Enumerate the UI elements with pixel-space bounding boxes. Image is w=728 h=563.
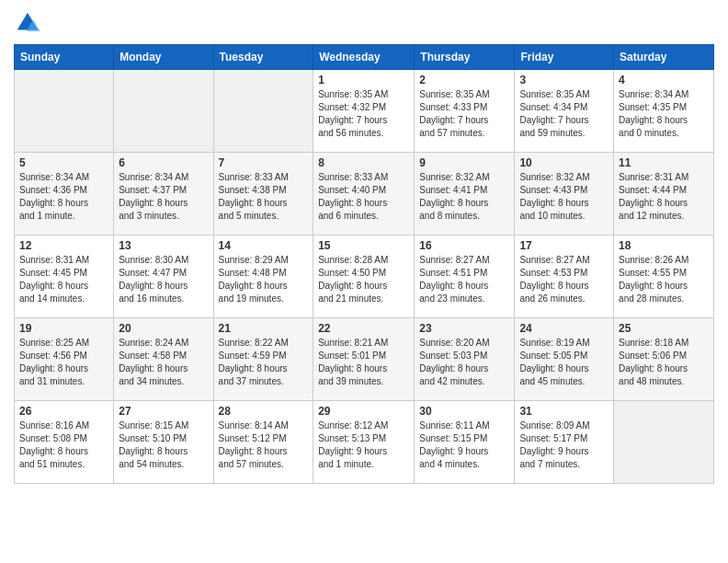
weekday-header-wednesday: Wednesday bbox=[313, 45, 415, 70]
day-info: Sunrise: 8:12 AM Sunset: 5:13 PM Dayligh… bbox=[318, 419, 409, 471]
day-number: 17 bbox=[519, 239, 609, 252]
day-info: Sunrise: 8:15 AM Sunset: 5:10 PM Dayligh… bbox=[119, 419, 208, 471]
weekday-header-monday: Monday bbox=[114, 45, 213, 70]
weekday-header-row: SundayMondayTuesdayWednesdayThursdayFrid… bbox=[15, 45, 714, 70]
weekday-header-saturday: Saturday bbox=[614, 45, 714, 70]
calendar-cell: 21Sunrise: 8:22 AM Sunset: 4:59 PM Dayli… bbox=[213, 318, 313, 401]
weekday-header-sunday: Sunday bbox=[15, 45, 114, 70]
day-info: Sunrise: 8:14 AM Sunset: 5:12 PM Dayligh… bbox=[219, 419, 309, 471]
week-row-4: 19Sunrise: 8:25 AM Sunset: 4:56 PM Dayli… bbox=[15, 318, 714, 401]
day-info: Sunrise: 8:25 AM Sunset: 4:56 PM Dayligh… bbox=[19, 337, 108, 388]
calendar-cell bbox=[114, 70, 213, 153]
logo bbox=[14, 9, 45, 37]
week-row-3: 12Sunrise: 8:31 AM Sunset: 4:45 PM Dayli… bbox=[15, 236, 714, 318]
calendar-cell: 1Sunrise: 8:35 AM Sunset: 4:32 PM Daylig… bbox=[313, 70, 415, 153]
calendar-cell: 22Sunrise: 8:21 AM Sunset: 5:01 PM Dayli… bbox=[313, 318, 415, 401]
calendar-cell: 5Sunrise: 8:34 AM Sunset: 4:36 PM Daylig… bbox=[15, 153, 114, 236]
calendar-cell: 12Sunrise: 8:31 AM Sunset: 4:45 PM Dayli… bbox=[15, 236, 114, 318]
day-number: 12 bbox=[19, 239, 108, 252]
day-info: Sunrise: 8:29 AM Sunset: 4:48 PM Dayligh… bbox=[219, 254, 309, 305]
day-number: 5 bbox=[19, 156, 108, 169]
day-number: 23 bbox=[419, 322, 509, 335]
calendar-cell: 17Sunrise: 8:27 AM Sunset: 4:53 PM Dayli… bbox=[515, 236, 614, 318]
calendar-cell bbox=[614, 401, 714, 484]
day-info: Sunrise: 8:33 AM Sunset: 4:38 PM Dayligh… bbox=[219, 171, 309, 223]
day-number: 21 bbox=[219, 322, 309, 335]
day-info: Sunrise: 8:27 AM Sunset: 4:51 PM Dayligh… bbox=[419, 254, 509, 305]
day-number: 30 bbox=[419, 405, 509, 418]
calendar-cell: 24Sunrise: 8:19 AM Sunset: 5:05 PM Dayli… bbox=[515, 318, 614, 401]
day-info: Sunrise: 8:34 AM Sunset: 4:36 PM Dayligh… bbox=[19, 171, 108, 223]
day-number: 14 bbox=[219, 239, 309, 252]
day-number: 29 bbox=[318, 405, 409, 418]
calendar-cell: 7Sunrise: 8:33 AM Sunset: 4:38 PM Daylig… bbox=[213, 153, 313, 236]
calendar-cell: 27Sunrise: 8:15 AM Sunset: 5:10 PM Dayli… bbox=[114, 401, 213, 484]
calendar-cell bbox=[15, 70, 114, 153]
day-info: Sunrise: 8:27 AM Sunset: 4:53 PM Dayligh… bbox=[519, 254, 609, 305]
day-number: 4 bbox=[619, 74, 709, 86]
day-info: Sunrise: 8:34 AM Sunset: 4:35 PM Dayligh… bbox=[619, 88, 709, 140]
calendar-cell: 2Sunrise: 8:35 AM Sunset: 4:33 PM Daylig… bbox=[415, 70, 515, 153]
day-number: 20 bbox=[119, 322, 208, 335]
week-row-5: 26Sunrise: 8:16 AM Sunset: 5:08 PM Dayli… bbox=[15, 401, 714, 484]
day-number: 26 bbox=[19, 405, 108, 418]
day-info: Sunrise: 8:22 AM Sunset: 4:59 PM Dayligh… bbox=[219, 337, 309, 388]
calendar-cell: 19Sunrise: 8:25 AM Sunset: 4:56 PM Dayli… bbox=[15, 318, 114, 401]
weekday-header-tuesday: Tuesday bbox=[213, 45, 313, 70]
day-info: Sunrise: 8:35 AM Sunset: 4:33 PM Dayligh… bbox=[419, 88, 509, 140]
day-number: 8 bbox=[318, 156, 409, 169]
day-number: 11 bbox=[619, 156, 709, 169]
day-number: 16 bbox=[419, 239, 509, 252]
day-number: 3 bbox=[519, 74, 609, 86]
calendar-cell bbox=[213, 70, 313, 153]
day-number: 28 bbox=[219, 405, 309, 418]
day-info: Sunrise: 8:31 AM Sunset: 4:45 PM Dayligh… bbox=[19, 254, 108, 305]
calendar-cell: 18Sunrise: 8:26 AM Sunset: 4:55 PM Dayli… bbox=[614, 236, 714, 318]
day-info: Sunrise: 8:09 AM Sunset: 5:17 PM Dayligh… bbox=[519, 419, 609, 471]
day-number: 15 bbox=[318, 239, 409, 252]
day-number: 10 bbox=[519, 156, 609, 169]
calendar-cell: 15Sunrise: 8:28 AM Sunset: 4:50 PM Dayli… bbox=[313, 236, 415, 318]
day-info: Sunrise: 8:19 AM Sunset: 5:05 PM Dayligh… bbox=[519, 337, 609, 388]
day-info: Sunrise: 8:35 AM Sunset: 4:32 PM Dayligh… bbox=[318, 88, 409, 140]
day-number: 27 bbox=[119, 405, 208, 418]
calendar-cell: 9Sunrise: 8:32 AM Sunset: 4:41 PM Daylig… bbox=[415, 153, 515, 236]
calendar-cell: 20Sunrise: 8:24 AM Sunset: 4:58 PM Dayli… bbox=[114, 318, 213, 401]
weekday-header-thursday: Thursday bbox=[415, 45, 515, 70]
day-info: Sunrise: 8:32 AM Sunset: 4:43 PM Dayligh… bbox=[519, 171, 609, 223]
calendar-cell: 11Sunrise: 8:31 AM Sunset: 4:44 PM Dayli… bbox=[614, 153, 714, 236]
day-number: 1 bbox=[318, 74, 409, 86]
calendar-cell: 28Sunrise: 8:14 AM Sunset: 5:12 PM Dayli… bbox=[213, 401, 313, 484]
calendar-cell: 8Sunrise: 8:33 AM Sunset: 4:40 PM Daylig… bbox=[313, 153, 415, 236]
calendar-cell: 31Sunrise: 8:09 AM Sunset: 5:17 PM Dayli… bbox=[515, 401, 614, 484]
day-info: Sunrise: 8:21 AM Sunset: 5:01 PM Dayligh… bbox=[318, 337, 409, 388]
day-info: Sunrise: 8:28 AM Sunset: 4:50 PM Dayligh… bbox=[318, 254, 409, 305]
day-number: 2 bbox=[419, 74, 509, 86]
calendar-cell: 6Sunrise: 8:34 AM Sunset: 4:37 PM Daylig… bbox=[114, 153, 213, 236]
day-info: Sunrise: 8:24 AM Sunset: 4:58 PM Dayligh… bbox=[119, 337, 208, 388]
day-info: Sunrise: 8:20 AM Sunset: 5:03 PM Dayligh… bbox=[419, 337, 509, 388]
day-info: Sunrise: 8:26 AM Sunset: 4:55 PM Dayligh… bbox=[619, 254, 709, 305]
page-header bbox=[14, 9, 714, 37]
day-number: 25 bbox=[619, 322, 709, 335]
day-info: Sunrise: 8:16 AM Sunset: 5:08 PM Dayligh… bbox=[19, 419, 108, 471]
calendar-cell: 26Sunrise: 8:16 AM Sunset: 5:08 PM Dayli… bbox=[15, 401, 114, 484]
day-info: Sunrise: 8:11 AM Sunset: 5:15 PM Dayligh… bbox=[419, 419, 509, 471]
day-info: Sunrise: 8:34 AM Sunset: 4:37 PM Dayligh… bbox=[119, 171, 208, 223]
calendar-cell: 10Sunrise: 8:32 AM Sunset: 4:43 PM Dayli… bbox=[515, 153, 614, 236]
logo-icon bbox=[14, 9, 41, 37]
day-number: 13 bbox=[119, 239, 208, 252]
day-number: 24 bbox=[519, 322, 609, 335]
day-info: Sunrise: 8:18 AM Sunset: 5:06 PM Dayligh… bbox=[619, 337, 709, 388]
day-info: Sunrise: 8:32 AM Sunset: 4:41 PM Dayligh… bbox=[419, 171, 509, 223]
day-number: 18 bbox=[619, 239, 709, 252]
day-info: Sunrise: 8:30 AM Sunset: 4:47 PM Dayligh… bbox=[119, 254, 208, 305]
calendar-cell: 3Sunrise: 8:35 AM Sunset: 4:34 PM Daylig… bbox=[515, 70, 614, 153]
calendar-cell: 16Sunrise: 8:27 AM Sunset: 4:51 PM Dayli… bbox=[415, 236, 515, 318]
weekday-header-friday: Friday bbox=[515, 45, 614, 70]
calendar-cell: 30Sunrise: 8:11 AM Sunset: 5:15 PM Dayli… bbox=[415, 401, 515, 484]
week-row-2: 5Sunrise: 8:34 AM Sunset: 4:36 PM Daylig… bbox=[15, 153, 714, 236]
day-number: 6 bbox=[119, 156, 208, 169]
calendar-cell: 29Sunrise: 8:12 AM Sunset: 5:13 PM Dayli… bbox=[313, 401, 415, 484]
day-number: 19 bbox=[19, 322, 108, 335]
